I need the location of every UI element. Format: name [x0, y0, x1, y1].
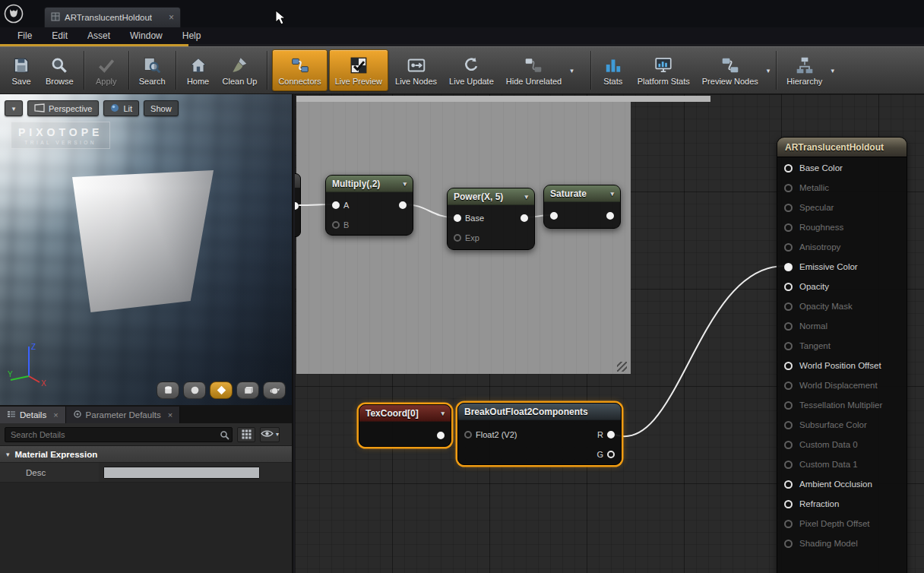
preview-plane-button[interactable]	[210, 381, 233, 399]
category-expander-icon[interactable]: ▾	[6, 451, 10, 458]
pin-icon[interactable]	[784, 480, 793, 489]
node-breakout-float2[interactable]: BreakOutFloat2Components Float2 (V2) R G	[457, 403, 622, 465]
node-power[interactable]: Power(X, 5) ▾ Base Exp	[447, 188, 535, 250]
material-pin-refraction[interactable]: Refraction	[784, 494, 902, 514]
close-parameter-defaults-tab-icon[interactable]: ×	[168, 410, 172, 419]
material-pin-shading-model[interactable]: Shading Model	[784, 533, 902, 553]
material-pin-world-position-offset[interactable]: World Position Offset	[784, 356, 902, 375]
menu-help[interactable]: Help	[172, 27, 211, 44]
material-pin-roughness[interactable]: Roughness	[784, 217, 902, 237]
preview-teapot-button[interactable]	[263, 381, 286, 399]
pin-icon[interactable]	[454, 234, 461, 242]
menu-asset[interactable]: Asset	[78, 27, 120, 44]
preview-cube-button[interactable]	[236, 381, 259, 399]
pin-icon[interactable]	[607, 431, 615, 438]
chevron-down-icon[interactable]: ▾	[436, 410, 445, 417]
pin-icon[interactable]	[784, 342, 793, 350]
material-pin-custom-data-1[interactable]: Custom Data 1	[784, 454, 902, 474]
pin-icon[interactable]	[454, 214, 461, 222]
material-pin-opacity[interactable]: Opacity	[784, 277, 902, 296]
pin-output[interactable]	[521, 213, 528, 223]
search-button[interactable]: Search	[134, 49, 171, 91]
node-saturate[interactable]: Saturate ▾	[543, 185, 621, 229]
pin-icon[interactable]	[784, 322, 793, 331]
material-graph-canvas[interactable]: Multiply(,2) ▾ A B Power(X, 5)	[295, 94, 924, 573]
material-pin-anisotropy[interactable]: Anisotropy	[784, 237, 902, 257]
pin-output[interactable]	[399, 200, 407, 211]
property-matrix-button[interactable]	[237, 427, 255, 442]
hierarchy-dropdown-icon[interactable]: ▾	[828, 47, 837, 93]
close-tab-icon[interactable]: ×	[169, 13, 174, 22]
pin-icon[interactable]	[399, 201, 407, 209]
pin-icon[interactable]	[332, 221, 340, 229]
pin-icon[interactable]	[784, 283, 793, 291]
material-pin-world-displacement[interactable]: World Displacement	[784, 375, 902, 395]
pin-output[interactable]	[437, 430, 445, 441]
stats-button[interactable]: Stats	[596, 49, 631, 91]
view-options-button[interactable]: ▾	[260, 427, 280, 442]
pin-icon[interactable]	[437, 432, 445, 439]
chevron-down-icon[interactable]: ▾	[520, 193, 528, 201]
hierarchy-button[interactable]: Hierarchy	[781, 49, 827, 91]
pin-icon[interactable]	[784, 441, 793, 449]
pin-icon[interactable]	[784, 302, 793, 311]
material-pin-opacity-mask[interactable]: Opacity Mask	[784, 296, 902, 316]
material-pin-subsurface-color[interactable]: Subsurface Color	[784, 415, 902, 435]
pin-icon[interactable]	[784, 204, 793, 212]
preview-cylinder-button[interactable]	[157, 381, 179, 399]
comment-node-header[interactable]	[296, 96, 710, 102]
tab-parameter-defaults[interactable]: Parameter Defaults ×	[66, 407, 181, 423]
pin-icon[interactable]	[550, 212, 558, 220]
viewport-options-button[interactable]: ▾	[5, 100, 23, 116]
pin-icon[interactable]	[607, 451, 615, 458]
material-pin-metallic[interactable]: Metallic	[784, 178, 902, 198]
pin-output[interactable]	[606, 211, 614, 221]
live-nodes-button[interactable]: Live Nodes	[390, 49, 442, 91]
material-pin-tangent[interactable]: Tangent	[784, 336, 902, 356]
save-button[interactable]: Save	[4, 49, 39, 91]
lit-button[interactable]: Lit	[103, 100, 139, 116]
pin-icon[interactable]	[784, 461, 793, 469]
clipped-node[interactable]	[295, 173, 301, 237]
menu-window[interactable]: Window	[120, 27, 172, 44]
material-pin-specular[interactable]: Specular	[784, 198, 902, 217]
material-pin-emissive-color[interactable]: Emissive Color	[784, 257, 902, 277]
chevron-down-icon[interactable]: ▾	[398, 180, 407, 188]
node-multiply[interactable]: Multiply(,2) ▾ A B	[325, 175, 413, 236]
menu-file[interactable]: File	[8, 27, 42, 44]
pin-r[interactable]: R	[597, 429, 615, 440]
material-pin-base-color[interactable]: Base Color	[784, 158, 902, 178]
perspective-button[interactable]: Perspective	[27, 100, 99, 116]
pin-g[interactable]: G	[596, 449, 615, 460]
pin-icon[interactable]	[332, 201, 340, 209]
pin-icon[interactable]	[784, 540, 793, 548]
connectors-button[interactable]: Connectors	[272, 49, 327, 91]
pin-icon[interactable]	[784, 401, 793, 410]
material-pin-tessellation-multiplier[interactable]: Tessellation Multiplier	[784, 395, 902, 415]
tab-details[interactable]: Details ×	[0, 407, 66, 423]
node-texcoord[interactable]: TexCoord[0] ▾	[359, 404, 451, 447]
search-details-input[interactable]	[5, 427, 233, 442]
pin-icon[interactable]	[784, 243, 793, 252]
live-preview-button[interactable]: Live Preview	[329, 49, 388, 91]
pin-a[interactable]: A	[332, 200, 349, 211]
material-pin-normal[interactable]: Normal	[784, 316, 902, 336]
pin-icon[interactable]	[464, 431, 472, 438]
pin-icon[interactable]	[784, 421, 793, 429]
pin-icon[interactable]	[784, 164, 793, 173]
asset-tab[interactable]: ARTranslucentHoldout ×	[44, 7, 181, 27]
home-button[interactable]: Home	[181, 49, 216, 91]
close-details-tab-icon[interactable]: ×	[53, 410, 58, 419]
pin-exp[interactable]: Exp	[454, 233, 479, 243]
hide-unrelated-dropdown-icon[interactable]: ▾	[568, 47, 576, 93]
pin-icon[interactable]	[784, 381, 793, 390]
pin-icon[interactable]	[784, 362, 793, 370]
category-material-expression[interactable]: ▾ Material Expression	[0, 446, 292, 463]
pin-icon[interactable]	[606, 212, 614, 220]
show-button[interactable]: Show	[144, 100, 179, 116]
node-material-result[interactable]: ARTranslucentHoldout Base Color Metallic…	[777, 137, 907, 573]
preview-sphere-button[interactable]	[183, 381, 206, 399]
menu-edit[interactable]: Edit	[42, 27, 78, 44]
pin-icon[interactable]	[784, 184, 793, 192]
desc-input[interactable]	[103, 467, 260, 479]
